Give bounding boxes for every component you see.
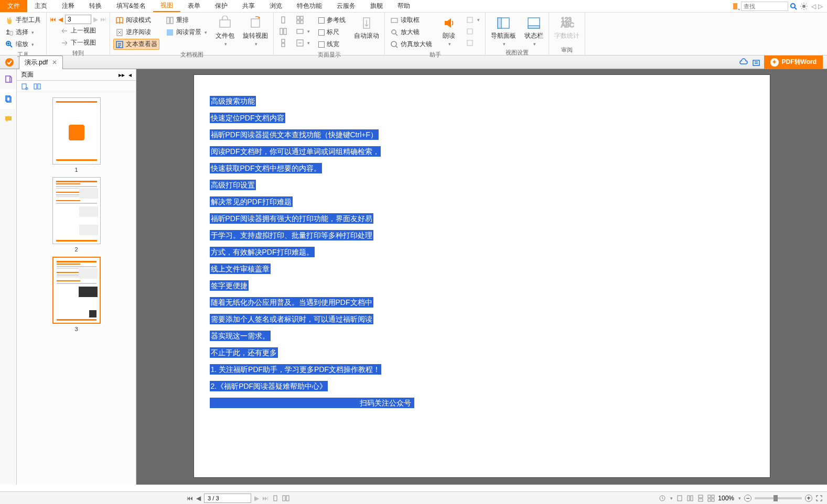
assistant-extra-2[interactable]	[464, 26, 482, 37]
typewriter-button[interactable]: 读取框	[388, 15, 434, 26]
zoom-tool-button[interactable]: 缩放▾	[3, 39, 43, 50]
page-layout-3[interactable]	[277, 38, 289, 48]
ruler-checkbox[interactable]: 标尺	[316, 27, 348, 38]
search-icon[interactable]	[789, 2, 798, 10]
text-line[interactable]: 1. 关注福昕PDF助手，学习更多PDF文档操作教程！	[210, 364, 382, 375]
text-line[interactable]: 阅读PDF文档时，你可以通过单词或词组精确检索，	[210, 146, 381, 157]
reorg-button[interactable]: 重排	[164, 15, 209, 26]
text-viewer-button[interactable]: 文本查看器	[113, 39, 159, 50]
text-line[interactable]: 器实现这一需求。	[210, 331, 271, 341]
status-layout-icon-2[interactable]	[282, 495, 289, 502]
nav-next-icon[interactable]: ▷	[818, 3, 823, 10]
text-line[interactable]: 于学习。支持虚拟打印、批量打印等多种打印处理	[210, 230, 373, 240]
thumbnail-3[interactable]: 3	[52, 257, 101, 332]
menu-cloud[interactable]: 云服务	[329, 0, 363, 12]
guides-checkbox[interactable]: 参考线	[316, 15, 348, 26]
nav-collapse-left-icon[interactable]: ▸▸	[119, 71, 125, 79]
text-line[interactable]: 2.《福昕PDF阅读器疑难帮助中心》	[210, 381, 328, 391]
fake-magnifier-button[interactable]: 仿真放大镜	[388, 39, 434, 50]
menu-convert[interactable]: 转换	[82, 0, 109, 12]
menu-feature[interactable]: 特色功能	[289, 0, 329, 12]
next-view-button[interactable]: 下一视图	[58, 37, 98, 48]
text-line[interactable]: 高级搜索功能	[210, 96, 256, 106]
status-view-icon-2[interactable]	[686, 495, 694, 502]
page-layout-4[interactable]	[294, 15, 312, 25]
thumbnail-1[interactable]: 1	[52, 97, 101, 173]
status-view-icon-4[interactable]	[707, 495, 715, 502]
zoom-slider[interactable]	[755, 497, 802, 499]
menu-annotate[interactable]: 注释	[55, 0, 82, 12]
nav-prev-icon[interactable]: ◁	[811, 3, 816, 10]
text-line[interactable]: 不止于此，还有更多	[210, 347, 278, 358]
cloud-icon[interactable]	[739, 58, 748, 67]
document-tab[interactable]: 演示.pdf ✕	[19, 56, 63, 69]
text-line[interactable]: 福昕PDF阅读器提供文本查找功能（快捷键Ctrl+F）	[210, 129, 379, 140]
fullscreen-icon[interactable]	[815, 495, 823, 502]
sidestrip-comments[interactable]	[0, 109, 16, 129]
status-last-page-icon[interactable]: ⏭	[262, 495, 268, 502]
close-tab-icon[interactable]: ✕	[52, 59, 57, 66]
page-number-input[interactable]	[65, 15, 91, 24]
zoom-in-icon[interactable]: +	[805, 495, 812, 502]
page-layout-5[interactable]: ▾	[294, 26, 312, 37]
document-canvas[interactable]: 高级搜索功能 快速定位PDF文档内容 福昕PDF阅读器提供文本查找功能（快捷键C…	[136, 69, 827, 485]
text-line[interactable]: 福昕PDF阅读器拥有强大的打印功能，界面友好易	[210, 213, 373, 224]
first-page-icon[interactable]: ⏮	[50, 16, 56, 23]
autoscroll-button[interactable]: 自动滚动	[352, 15, 381, 50]
magnifier-button[interactable]: 放大镜	[388, 27, 434, 38]
zoom-out-icon[interactable]: −	[744, 495, 751, 502]
sidestrip-pages[interactable]	[0, 89, 16, 109]
status-page-input[interactable]	[204, 494, 251, 503]
status-view-icon-3[interactable]	[697, 495, 704, 502]
bookmark-search-icon[interactable]	[732, 2, 740, 10]
prev-page-icon[interactable]: ◀	[58, 16, 63, 23]
settings-icon[interactable]	[800, 2, 808, 10]
menu-help[interactable]: 帮助	[390, 0, 417, 12]
text-line[interactable]: 解决常见的PDF打印难题	[210, 196, 293, 207]
menu-view[interactable]: 视图	[153, 0, 180, 12]
select-tool-button[interactable]: 选择▾	[3, 27, 43, 38]
reverse-read-button[interactable]: 逆序阅读	[113, 27, 159, 38]
last-page-icon[interactable]: ⏭	[100, 16, 106, 23]
text-line[interactable]: 随着无纸化办公应用普及。当遇到使用PDF文档中	[210, 297, 373, 308]
page-layout-6[interactable]: ▾	[294, 38, 312, 48]
pdf-to-word-button[interactable]: ✦ PDF转Word	[764, 56, 823, 69]
status-bar-button[interactable]: 状态栏▾	[522, 15, 545, 48]
rotate-view-button[interactable]: 旋转视图▾	[241, 15, 270, 50]
status-prev-page-icon[interactable]: ◀	[196, 495, 201, 502]
menu-file[interactable]: 文件	[0, 0, 27, 12]
file-bag-button[interactable]: 文件包▾	[213, 15, 237, 50]
read-bg-button[interactable]: 阅读背景▾	[164, 27, 209, 38]
menu-fillsign[interactable]: 填写&签名	[109, 0, 153, 12]
reading-mode-button[interactable]: 阅读模式	[113, 15, 159, 26]
menu-home[interactable]: 主页	[27, 0, 55, 12]
page-layout-2[interactable]	[277, 26, 289, 37]
nav-tool-pages-icon[interactable]	[34, 83, 41, 90]
text-line[interactable]: 快速获取PDF文档中想要的内容。	[210, 163, 322, 173]
nav-collapse-icon[interactable]: ◂	[128, 71, 132, 79]
page-layout-1[interactable]	[277, 15, 289, 25]
menu-browse[interactable]: 浏览	[262, 0, 289, 12]
app-home-icon[interactable]	[0, 58, 19, 67]
status-layout-icon-1[interactable]	[272, 495, 279, 502]
text-line[interactable]: 需要添加个人签名或者标识时，可以通过福昕阅读	[210, 314, 373, 324]
wordcount-button[interactable]: 123ABC字数统计	[552, 15, 582, 45]
text-line[interactable]: 快速定位PDF文档内容	[210, 113, 285, 123]
text-line[interactable]: 线上文件审核盖章	[210, 264, 271, 274]
status-view-icon-1[interactable]	[676, 495, 683, 502]
menu-flagship[interactable]: 旗舰	[363, 0, 390, 12]
linewidth-checkbox[interactable]: 线宽	[316, 39, 348, 50]
status-history-icon[interactable]	[659, 495, 666, 502]
prev-view-button[interactable]: 上一视图	[58, 25, 98, 36]
thumbnail-2[interactable]: 2	[52, 177, 101, 253]
qr-label-line[interactable]: 扫码关注公众号	[210, 398, 414, 408]
sync-icon[interactable]	[751, 58, 761, 67]
status-next-page-icon[interactable]: ▶	[254, 495, 259, 502]
text-line[interactable]: 方式，有效解决PDF打印难题。	[210, 247, 315, 257]
status-first-page-icon[interactable]: ⏮	[187, 495, 193, 502]
next-page-icon[interactable]: ▶	[93, 16, 98, 23]
assistant-extra-3[interactable]	[464, 38, 482, 48]
assistant-extra-1[interactable]: ▾	[464, 15, 482, 25]
read-aloud-button[interactable]: 朗读▾	[438, 15, 459, 50]
menu-form[interactable]: 表单	[180, 0, 208, 12]
